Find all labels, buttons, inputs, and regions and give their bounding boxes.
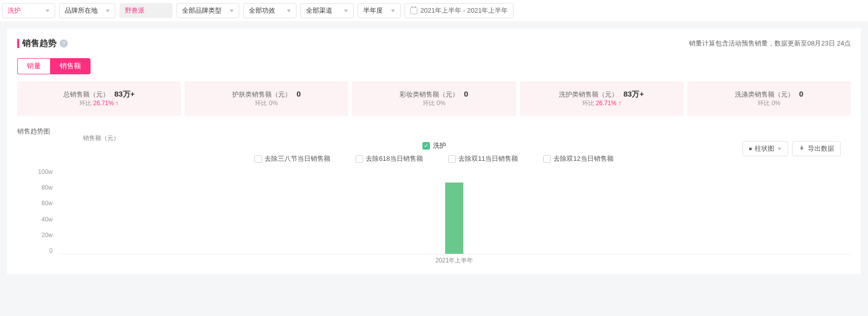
card-hb: 环比 26.71% ↑ — [22, 99, 176, 108]
y-tick: 60w — [17, 200, 53, 207]
bar — [445, 183, 463, 254]
chevron-down-icon — [230, 10, 234, 12]
filter-brand-label: 野兽派 — [125, 6, 145, 15]
filter-efficacy[interactable]: 全部功效 — [243, 3, 296, 18]
section-title: 销售趋势 ? — [17, 37, 68, 49]
checkbox-icon — [543, 155, 551, 163]
summary-card: 总销售额（元）83万+环比 26.71% ↑ — [17, 81, 181, 116]
summary-card: 洗护类销售额（元）83万+环比 26.71% ↑ — [520, 81, 683, 116]
card-hb: 环比 0% — [692, 99, 846, 108]
plot-area — [58, 168, 851, 254]
checkbox-label: 去除双11当日销售额 — [458, 154, 518, 163]
filter-period-label: 半年度 — [363, 6, 383, 15]
filter-category[interactable]: 洗护 — [2, 3, 55, 18]
summary-card: 洗涤类销售额（元）0环比 0% — [687, 81, 851, 116]
card-label: 洗涤类销售额（元） — [735, 91, 794, 98]
chart: 100w80w60w40w20w0 — [17, 168, 851, 254]
date-range-label: 2021年上半年 - 2021年上半年 — [420, 6, 508, 15]
filter-bar: 洗护 品牌所在地 野兽派 全部品牌类型 全部功效 全部渠道 半年度 2021年上… — [0, 0, 868, 21]
export-label: 导出数据 — [808, 144, 834, 153]
checkbox-icon — [356, 155, 363, 163]
card-hb: 环比 0% — [190, 99, 343, 108]
card-value: 0 — [464, 89, 468, 98]
card-label: 彩妆类销售额（元） — [400, 91, 459, 98]
chevron-down-icon — [391, 10, 395, 12]
chevron-down-icon — [287, 10, 291, 12]
y-tick: 80w — [17, 184, 53, 191]
chart-controls: 柱状图 导出数据 — [743, 141, 841, 156]
legend-checkbox[interactable]: ✓ — [422, 142, 430, 150]
filter-brand-type-label: 全部品牌类型 — [182, 6, 222, 15]
exclusion-checkbox[interactable]: 去除双11当日销售额 — [448, 154, 518, 163]
filter-origin-label: 品牌所在地 — [65, 6, 98, 15]
filter-efficacy-label: 全部功效 — [249, 6, 275, 15]
x-tick: 2021年上半年 — [58, 256, 851, 265]
chart-area: 柱状图 导出数据 ✓ 洗护 去除三八节当日销售额去除618当日销售额去除双11当… — [17, 141, 851, 265]
y-tick: 20w — [17, 232, 53, 239]
checkbox-icon — [254, 155, 262, 163]
filter-channel[interactable]: 全部渠道 — [300, 3, 354, 18]
card-label: 护肤类销售额（元） — [232, 91, 291, 98]
tab-amount[interactable]: 销售额 — [50, 58, 91, 74]
y-axis-label: 销售额（元） — [83, 134, 119, 143]
metric-tabs: 销量 销售额 — [17, 58, 851, 74]
chevron-down-icon — [344, 10, 348, 12]
filter-period[interactable]: 半年度 — [358, 3, 401, 18]
update-note: 销量计算包含活动预售销量，数据更新至08月23日 24点 — [689, 39, 851, 48]
bar-icon — [749, 148, 752, 150]
summary-card: 护肤类销售额（元）0环比 0% — [185, 81, 348, 116]
chart-subtitle: 销售趋势图 — [17, 127, 851, 136]
card-value: 0 — [799, 89, 803, 98]
exclusion-checkbox[interactable]: 去除三八节当日销售额 — [254, 154, 330, 163]
date-range-picker[interactable]: 2021年上半年 - 2021年上半年 — [405, 3, 513, 18]
y-tick: 100w — [17, 168, 53, 175]
main-panel: 销售趋势 ? 销量计算包含活动预售销量，数据更新至08月23日 24点 销量 销… — [7, 28, 861, 274]
section-title-text: 销售趋势 — [22, 37, 57, 49]
section-header: 销售趋势 ? 销量计算包含活动预售销量，数据更新至08月23日 24点 — [17, 37, 851, 49]
chevron-down-icon — [777, 148, 782, 150]
y-ticks: 100w80w60w40w20w0 — [17, 168, 58, 254]
filter-brand-type[interactable]: 全部品牌类型 — [177, 3, 239, 18]
card-hb: 环比 0% — [357, 99, 510, 108]
filter-category-label: 洗护 — [8, 6, 21, 15]
legend-label: 洗护 — [433, 141, 446, 150]
card-hb: 环比 26.71% ↑ — [525, 99, 678, 108]
exclusion-checkboxes: 去除三八节当日销售额去除618当日销售额去除双11当日销售额去除双12当日销售额 — [17, 154, 851, 163]
filter-brand[interactable]: 野兽派 — [119, 3, 172, 18]
exclusion-checkbox[interactable]: 去除618当日销售额 — [356, 154, 423, 163]
summary-card: 彩妆类销售额（元）0环比 0% — [352, 81, 515, 116]
export-button[interactable]: 导出数据 — [792, 141, 841, 156]
chevron-down-icon — [46, 10, 50, 12]
card-value: 0 — [296, 89, 300, 98]
checkbox-label: 去除双12当日销售额 — [553, 154, 613, 163]
card-label: 总销售额（元） — [63, 91, 109, 98]
card-value: 83万+ — [623, 89, 643, 98]
y-tick: 0 — [17, 247, 53, 254]
checkbox-label: 去除618当日销售额 — [366, 154, 423, 163]
summary-cards: 总销售额（元）83万+环比 26.71% ↑护肤类销售额（元）0环比 0%彩妆类… — [17, 81, 851, 116]
download-icon — [799, 146, 805, 152]
tab-volume[interactable]: 销量 — [17, 58, 50, 74]
calendar-icon — [410, 7, 417, 14]
exclusion-checkbox[interactable]: 去除双12当日销售额 — [543, 154, 613, 163]
chart-type-label: 柱状图 — [755, 144, 774, 153]
card-value: 83万+ — [114, 89, 135, 98]
filter-channel-label: 全部渠道 — [306, 6, 332, 15]
checkbox-label: 去除三八节当日销售额 — [265, 154, 330, 163]
chevron-down-icon — [106, 10, 110, 12]
card-label: 洗护类销售额（元） — [559, 91, 618, 98]
title-accent — [17, 39, 19, 48]
chart-type-select[interactable]: 柱状图 — [743, 141, 788, 156]
filter-origin[interactable]: 品牌所在地 — [59, 3, 115, 18]
help-icon[interactable]: ? — [60, 39, 68, 48]
y-tick: 40w — [17, 216, 53, 223]
checkbox-icon — [448, 155, 456, 163]
legend: ✓ 洗护 — [17, 141, 851, 150]
